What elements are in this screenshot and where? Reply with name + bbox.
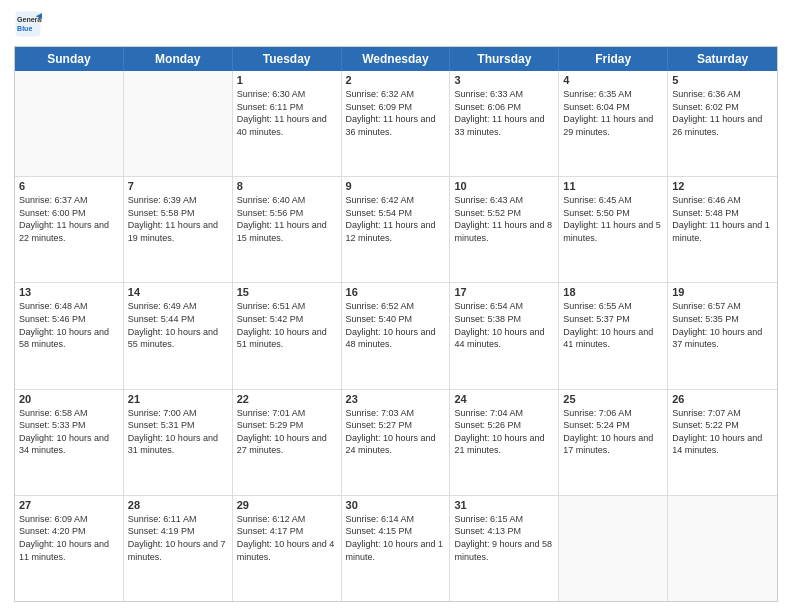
calendar-cell: 17Sunrise: 6:54 AMSunset: 5:38 PMDayligh… (450, 283, 559, 388)
calendar-cell: 28Sunrise: 6:11 AMSunset: 4:19 PMDayligh… (124, 496, 233, 601)
calendar-cell: 22Sunrise: 7:01 AMSunset: 5:29 PMDayligh… (233, 390, 342, 495)
day-number: 12 (672, 180, 773, 192)
day-number: 8 (237, 180, 337, 192)
calendar-cell: 31Sunrise: 6:15 AMSunset: 4:13 PMDayligh… (450, 496, 559, 601)
main-container: General Blue SundayMondayTuesdayWednesda… (0, 0, 792, 612)
cell-info: Sunrise: 6:42 AMSunset: 5:54 PMDaylight:… (346, 194, 446, 244)
calendar-cell: 27Sunrise: 6:09 AMSunset: 4:20 PMDayligh… (15, 496, 124, 601)
calendar-cell: 1Sunrise: 6:30 AMSunset: 6:11 PMDaylight… (233, 71, 342, 176)
calendar-cell: 25Sunrise: 7:06 AMSunset: 5:24 PMDayligh… (559, 390, 668, 495)
header-day-saturday: Saturday (668, 47, 777, 71)
day-number: 20 (19, 393, 119, 405)
day-number: 4 (563, 74, 663, 86)
day-number: 29 (237, 499, 337, 511)
cell-info: Sunrise: 6:46 AMSunset: 5:48 PMDaylight:… (672, 194, 773, 244)
day-number: 15 (237, 286, 337, 298)
page-header: General Blue (14, 10, 778, 38)
day-number: 17 (454, 286, 554, 298)
calendar-cell: 14Sunrise: 6:49 AMSunset: 5:44 PMDayligh… (124, 283, 233, 388)
cell-info: Sunrise: 6:11 AMSunset: 4:19 PMDaylight:… (128, 513, 228, 563)
calendar: SundayMondayTuesdayWednesdayThursdayFrid… (14, 46, 778, 602)
calendar-header: SundayMondayTuesdayWednesdayThursdayFrid… (15, 47, 777, 71)
cell-info: Sunrise: 6:14 AMSunset: 4:15 PMDaylight:… (346, 513, 446, 563)
calendar-row-4: 20Sunrise: 6:58 AMSunset: 5:33 PMDayligh… (15, 390, 777, 496)
cell-info: Sunrise: 6:33 AMSunset: 6:06 PMDaylight:… (454, 88, 554, 138)
calendar-cell (559, 496, 668, 601)
calendar-cell: 9Sunrise: 6:42 AMSunset: 5:54 PMDaylight… (342, 177, 451, 282)
calendar-cell: 26Sunrise: 7:07 AMSunset: 5:22 PMDayligh… (668, 390, 777, 495)
day-number: 25 (563, 393, 663, 405)
cell-info: Sunrise: 7:03 AMSunset: 5:27 PMDaylight:… (346, 407, 446, 457)
cell-info: Sunrise: 6:30 AMSunset: 6:11 PMDaylight:… (237, 88, 337, 138)
calendar-cell: 10Sunrise: 6:43 AMSunset: 5:52 PMDayligh… (450, 177, 559, 282)
day-number: 18 (563, 286, 663, 298)
calendar-cell: 7Sunrise: 6:39 AMSunset: 5:58 PMDaylight… (124, 177, 233, 282)
cell-info: Sunrise: 6:15 AMSunset: 4:13 PMDaylight:… (454, 513, 554, 563)
calendar-row-1: 1Sunrise: 6:30 AMSunset: 6:11 PMDaylight… (15, 71, 777, 177)
cell-info: Sunrise: 6:52 AMSunset: 5:40 PMDaylight:… (346, 300, 446, 350)
cell-info: Sunrise: 7:01 AMSunset: 5:29 PMDaylight:… (237, 407, 337, 457)
calendar-cell: 24Sunrise: 7:04 AMSunset: 5:26 PMDayligh… (450, 390, 559, 495)
day-number: 22 (237, 393, 337, 405)
day-number: 31 (454, 499, 554, 511)
header-day-wednesday: Wednesday (342, 47, 451, 71)
header-day-thursday: Thursday (450, 47, 559, 71)
calendar-cell: 11Sunrise: 6:45 AMSunset: 5:50 PMDayligh… (559, 177, 668, 282)
day-number: 1 (237, 74, 337, 86)
day-number: 24 (454, 393, 554, 405)
header-day-monday: Monday (124, 47, 233, 71)
day-number: 26 (672, 393, 773, 405)
cell-info: Sunrise: 6:36 AMSunset: 6:02 PMDaylight:… (672, 88, 773, 138)
calendar-cell: 18Sunrise: 6:55 AMSunset: 5:37 PMDayligh… (559, 283, 668, 388)
cell-info: Sunrise: 6:43 AMSunset: 5:52 PMDaylight:… (454, 194, 554, 244)
day-number: 3 (454, 74, 554, 86)
header-day-sunday: Sunday (15, 47, 124, 71)
cell-info: Sunrise: 6:54 AMSunset: 5:38 PMDaylight:… (454, 300, 554, 350)
day-number: 27 (19, 499, 119, 511)
calendar-cell (124, 71, 233, 176)
calendar-body: 1Sunrise: 6:30 AMSunset: 6:11 PMDaylight… (15, 71, 777, 601)
cell-info: Sunrise: 7:00 AMSunset: 5:31 PMDaylight:… (128, 407, 228, 457)
cell-info: Sunrise: 6:40 AMSunset: 5:56 PMDaylight:… (237, 194, 337, 244)
calendar-cell: 3Sunrise: 6:33 AMSunset: 6:06 PMDaylight… (450, 71, 559, 176)
day-number: 6 (19, 180, 119, 192)
header-day-tuesday: Tuesday (233, 47, 342, 71)
header-day-friday: Friday (559, 47, 668, 71)
calendar-cell: 30Sunrise: 6:14 AMSunset: 4:15 PMDayligh… (342, 496, 451, 601)
day-number: 9 (346, 180, 446, 192)
svg-rect-0 (16, 12, 41, 37)
cell-info: Sunrise: 6:48 AMSunset: 5:46 PMDaylight:… (19, 300, 119, 350)
day-number: 10 (454, 180, 554, 192)
cell-info: Sunrise: 6:51 AMSunset: 5:42 PMDaylight:… (237, 300, 337, 350)
calendar-cell: 13Sunrise: 6:48 AMSunset: 5:46 PMDayligh… (15, 283, 124, 388)
calendar-cell (668, 496, 777, 601)
calendar-cell: 8Sunrise: 6:40 AMSunset: 5:56 PMDaylight… (233, 177, 342, 282)
day-number: 11 (563, 180, 663, 192)
calendar-cell: 6Sunrise: 6:37 AMSunset: 6:00 PMDaylight… (15, 177, 124, 282)
calendar-cell: 29Sunrise: 6:12 AMSunset: 4:17 PMDayligh… (233, 496, 342, 601)
cell-info: Sunrise: 6:58 AMSunset: 5:33 PMDaylight:… (19, 407, 119, 457)
calendar-cell: 2Sunrise: 6:32 AMSunset: 6:09 PMDaylight… (342, 71, 451, 176)
day-number: 28 (128, 499, 228, 511)
calendar-cell: 20Sunrise: 6:58 AMSunset: 5:33 PMDayligh… (15, 390, 124, 495)
cell-info: Sunrise: 7:07 AMSunset: 5:22 PMDaylight:… (672, 407, 773, 457)
calendar-cell: 16Sunrise: 6:52 AMSunset: 5:40 PMDayligh… (342, 283, 451, 388)
svg-text:Blue: Blue (17, 25, 32, 32)
calendar-row-5: 27Sunrise: 6:09 AMSunset: 4:20 PMDayligh… (15, 496, 777, 601)
calendar-cell: 23Sunrise: 7:03 AMSunset: 5:27 PMDayligh… (342, 390, 451, 495)
cell-info: Sunrise: 6:12 AMSunset: 4:17 PMDaylight:… (237, 513, 337, 563)
day-number: 7 (128, 180, 228, 192)
logo-icon: General Blue (14, 10, 42, 38)
logo: General Blue (14, 10, 42, 38)
cell-info: Sunrise: 6:32 AMSunset: 6:09 PMDaylight:… (346, 88, 446, 138)
svg-text:General: General (17, 16, 42, 23)
cell-info: Sunrise: 7:06 AMSunset: 5:24 PMDaylight:… (563, 407, 663, 457)
day-number: 30 (346, 499, 446, 511)
cell-info: Sunrise: 6:57 AMSunset: 5:35 PMDaylight:… (672, 300, 773, 350)
calendar-cell: 15Sunrise: 6:51 AMSunset: 5:42 PMDayligh… (233, 283, 342, 388)
day-number: 14 (128, 286, 228, 298)
cell-info: Sunrise: 6:45 AMSunset: 5:50 PMDaylight:… (563, 194, 663, 244)
day-number: 19 (672, 286, 773, 298)
calendar-cell: 12Sunrise: 6:46 AMSunset: 5:48 PMDayligh… (668, 177, 777, 282)
day-number: 21 (128, 393, 228, 405)
